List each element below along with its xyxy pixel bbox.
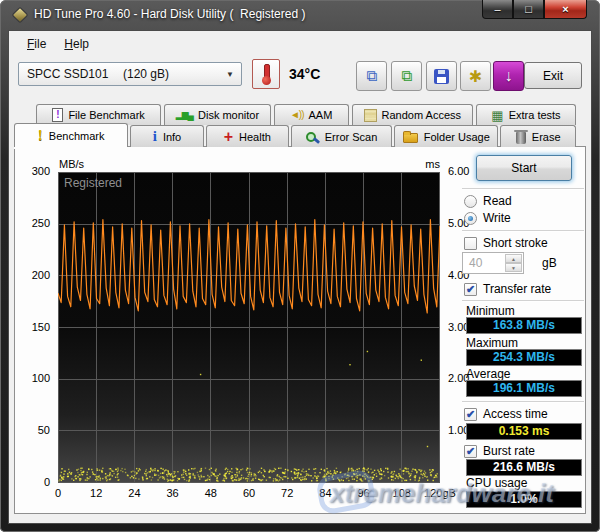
- tab-benchmark[interactable]: ! Benchmark: [14, 123, 128, 147]
- axis-tick-label: 36: [153, 487, 193, 499]
- maximum-value: 254.3 MB/s: [466, 349, 582, 366]
- menu-file[interactable]: File: [18, 35, 55, 53]
- spin-up-icon: ▲: [511, 256, 516, 262]
- thermometer-icon: [260, 63, 272, 85]
- short-stroke-value: 40: [469, 256, 482, 270]
- tab-random-access[interactable]: ▒▒ Random Access: [352, 104, 473, 125]
- tab-row-primary: ! Benchmark i Info + Health Error Scan F…: [14, 123, 576, 147]
- folder-icon: [403, 133, 418, 143]
- short-stroke-size-input[interactable]: 40 ▲ ▼: [462, 252, 524, 274]
- axis-tick-label: 200: [32, 269, 50, 281]
- write-radio[interactable]: Write: [464, 211, 511, 225]
- cpu-usage-label: CPU usage: [466, 476, 527, 490]
- tab-file-benchmark[interactable]: ! File Benchmark: [36, 104, 161, 125]
- tab-error-scan[interactable]: Error Scan: [291, 125, 392, 147]
- spin-down-icon: ▼: [511, 265, 516, 271]
- minimum-value: 163.8 MB/s: [466, 317, 582, 334]
- axis-tick-label: 60: [229, 487, 269, 499]
- start-button[interactable]: Start: [476, 155, 572, 181]
- temperature-button[interactable]: [252, 59, 280, 89]
- trash-icon: [516, 132, 526, 144]
- maximize-button[interactable]: □: [513, 0, 544, 19]
- copy-icon: ⧉: [366, 67, 377, 85]
- start-label: Start: [511, 161, 536, 175]
- maximize-icon: □: [525, 4, 532, 15]
- tab-row-secondary: ! File Benchmark ▂▆▄ Disk monitor ◄)) AA…: [36, 104, 576, 125]
- axis-tick-label: 250: [32, 217, 50, 229]
- read-label: Read: [483, 194, 512, 208]
- copy-button[interactable]: ⧉: [356, 61, 387, 91]
- maximum-label: Maximum: [466, 336, 518, 350]
- benchmark-chart: [58, 172, 440, 483]
- registered-watermark: Registered: [64, 176, 122, 190]
- tab-label: Health: [239, 131, 271, 143]
- separator: [462, 230, 584, 232]
- tab-label: Error Scan: [325, 131, 378, 143]
- access-time-value: 0.153 ms: [466, 423, 582, 440]
- download-arrow-icon: ↓: [505, 67, 513, 85]
- short-stroke-label: Short stroke: [483, 236, 548, 250]
- burst-rate-checkbox[interactable]: ✔ Burst rate: [464, 444, 535, 458]
- radio-circle-icon: [464, 195, 477, 208]
- spin-down-button[interactable]: ▼: [505, 263, 522, 272]
- cpu-usage-value: 1.0%: [466, 491, 582, 508]
- tab-extra-tests[interactable]: ▦ Extra tests: [476, 104, 576, 125]
- chevron-down-icon: ▼: [226, 70, 234, 79]
- tab-aam[interactable]: ◄)) AAM: [274, 104, 349, 125]
- file-benchmark-icon: !: [52, 108, 63, 122]
- axis-tick-label: 300: [32, 165, 50, 177]
- copy-screenshot-button[interactable]: ⧉: [391, 61, 422, 91]
- transfer-rate-checkbox[interactable]: ✔ Transfer rate: [464, 282, 551, 296]
- tab-folder-usage[interactable]: Folder Usage: [394, 125, 498, 147]
- axis-tick-label: 108: [382, 487, 422, 499]
- read-radio[interactable]: Read: [464, 194, 512, 208]
- menu-bar: File Help: [10, 33, 590, 55]
- transfer-rate-label: Transfer rate: [483, 282, 551, 296]
- axis-tick-label: 12: [76, 487, 116, 499]
- axis-tick-label: 120gB: [420, 487, 460, 499]
- app-window: HD Tune Pro 4.60 - Hard Disk Utility ( R…: [0, 0, 600, 532]
- access-time-checkbox[interactable]: ✔ Access time: [464, 407, 548, 421]
- spinner-buttons: ▲ ▼: [505, 254, 522, 272]
- options-button[interactable]: ✱: [460, 61, 491, 91]
- drive-size: (120 gB): [123, 67, 169, 81]
- axis-tick-label: 84: [305, 487, 345, 499]
- tab-label: Extra tests: [509, 109, 561, 121]
- short-stroke-checkbox[interactable]: Short stroke: [464, 236, 548, 250]
- minimize-button[interactable]: –: [482, 0, 513, 19]
- checkbox-check-icon: ✔: [464, 445, 477, 458]
- axis-tick-label: 24: [114, 487, 154, 499]
- axis-tick-label: 72: [267, 487, 307, 499]
- drive-select-combobox[interactable]: SPCC SSD101 (120 gB) ▼: [18, 62, 242, 86]
- drive-name: SPCC SSD101: [27, 67, 108, 81]
- checkbox-check-icon: ✔: [464, 408, 477, 421]
- close-button[interactable]: ×: [544, 0, 587, 19]
- menu-help[interactable]: Help: [55, 35, 98, 53]
- axis-tick-label: 50: [38, 424, 50, 436]
- minimize-icon: –: [494, 4, 500, 15]
- tab-info[interactable]: i Info: [130, 125, 203, 147]
- y-axis-unit-right: ms: [404, 158, 440, 170]
- tab-disk-monitor[interactable]: ▂▆▄ Disk monitor: [164, 104, 271, 125]
- x-axis-ticks: 01224364860728496108120gB: [58, 487, 458, 501]
- average-label: Average: [466, 367, 510, 381]
- checkbox-check-icon: ✔: [464, 283, 477, 296]
- options-icon: ✱: [469, 67, 482, 86]
- radio-circle-icon: [464, 212, 477, 225]
- info-icon: i: [153, 129, 157, 144]
- tab-health[interactable]: + Health: [206, 125, 289, 147]
- minimum-label: Minimum: [466, 304, 515, 318]
- gb-unit-label: gB: [542, 256, 557, 270]
- benchmark-icon: !: [38, 128, 43, 143]
- save-button[interactable]: [426, 61, 457, 91]
- tab-erase[interactable]: Erase: [500, 125, 576, 147]
- y-axis-unit-left: MB/s: [59, 158, 84, 170]
- access-time-label: Access time: [483, 407, 548, 421]
- spin-up-button[interactable]: ▲: [505, 254, 522, 263]
- update-download-button[interactable]: ↓: [493, 61, 524, 91]
- exit-button[interactable]: Exit: [524, 62, 582, 89]
- magnifier-icon: [306, 132, 316, 142]
- tab-label: Benchmark: [49, 130, 105, 142]
- separator: [462, 300, 584, 302]
- y-axis-left-ticks: 300250200150100500: [18, 172, 54, 483]
